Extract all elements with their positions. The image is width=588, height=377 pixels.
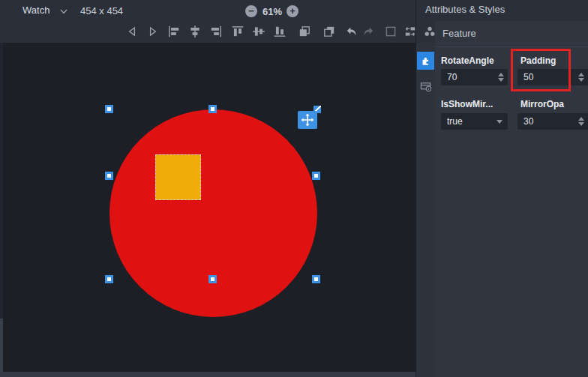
tab-component-info[interactable] (417, 77, 434, 95)
align-right-icon[interactable] (209, 25, 223, 38)
selection-handle-middle-right[interactable] (312, 172, 320, 180)
orange-square-shape[interactable] (155, 154, 201, 200)
section-separator (435, 46, 588, 47)
redo-icon[interactable] (362, 25, 375, 38)
selection-handle-top-left[interactable] (105, 105, 113, 113)
selection-handle-top-center[interactable] (208, 105, 217, 113)
bring-to-front-icon[interactable] (298, 25, 311, 38)
selection-handle-middle-left[interactable] (105, 172, 113, 180)
device-selector[interactable]: Watch (22, 4, 50, 16)
panel-tab-strip (416, 43, 435, 377)
marquee-select-icon[interactable] (384, 25, 398, 38)
send-to-back-icon[interactable] (322, 25, 336, 38)
chevron-down-icon[interactable] (60, 9, 68, 14)
zoom-level: 61% (259, 6, 286, 17)
design-canvas[interactable] (3, 43, 416, 372)
puzzle-icon (421, 55, 431, 66)
mirror-opacity-label: MirrorOpa (520, 99, 564, 109)
align-middle-vertical-icon[interactable] (252, 25, 266, 38)
red-circle-shape[interactable] (110, 109, 317, 317)
canvas-size-label: 454 x 454 (80, 5, 123, 16)
align-left-icon[interactable] (167, 25, 181, 38)
zoom-in-button[interactable]: + (286, 5, 298, 17)
move-tool-button[interactable] (298, 111, 317, 129)
chevron-down-icon[interactable] (496, 120, 502, 124)
is-show-mirror-select[interactable]: true (441, 113, 508, 130)
attributes-styles-header: Attributes & Styles (425, 4, 505, 15)
horizontal-scrollbar[interactable] (0, 372, 416, 377)
attributes-panel: Feature RotateAngle Padding 70 50 IsShow… (435, 21, 588, 377)
align-center-horizontal-icon[interactable] (188, 25, 202, 38)
rotate-angle-value: 70 (447, 72, 457, 82)
padding-stepper[interactable] (578, 72, 584, 82)
rotate-angle-stepper[interactable] (498, 72, 504, 82)
is-show-mirror-label: IsShowMir... (441, 99, 493, 109)
component-info-icon (420, 81, 432, 92)
tab-feature[interactable] (417, 52, 434, 70)
undo-icon[interactable] (345, 25, 358, 38)
selection-handle-bottom-center[interactable] (208, 275, 217, 283)
mirror-opacity-value: 30 (524, 116, 533, 127)
padding-label: Padding (520, 55, 556, 66)
padding-input[interactable]: 50 (518, 69, 588, 85)
mirror-opacity-input[interactable]: 30 (518, 113, 588, 130)
zoom-out-button[interactable]: − (245, 5, 257, 17)
selection-handle-bottom-left[interactable] (105, 275, 113, 283)
next-icon[interactable] (146, 25, 160, 38)
is-show-mirror-value: true (447, 116, 463, 127)
mirror-opacity-stepper[interactable] (578, 116, 584, 127)
move-icon (301, 113, 314, 127)
rotate-angle-input[interactable]: 70 (441, 69, 508, 85)
feature-section-title: Feature (442, 28, 476, 39)
align-top-icon[interactable] (231, 25, 244, 38)
previous-icon[interactable] (125, 25, 139, 38)
padding-value: 50 (524, 72, 533, 82)
rotate-angle-label: RotateAngle (441, 55, 494, 66)
vertical-scrollbar-thumb[interactable] (0, 319, 3, 372)
selection-handle-bottom-right[interactable] (312, 275, 320, 283)
align-bottom-icon[interactable] (273, 25, 286, 38)
